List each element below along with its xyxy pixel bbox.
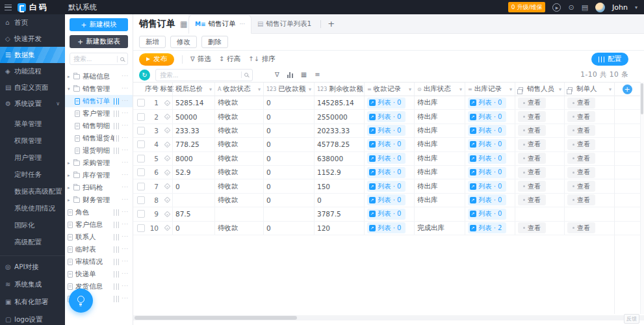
chevron-collapsed-icon[interactable]: ▸ [68, 74, 73, 79]
view-link-button[interactable]: 查看 [567, 125, 595, 136]
view-grid-icon[interactable]: ▦ [180, 20, 187, 29]
config-button[interactable]: 配置 [591, 53, 628, 66]
column-header[interactable]: 123已收款额▾ [263, 83, 314, 96]
tree-item[interactable]: ▸采购管理··· [65, 157, 133, 169]
tree-item[interactable]: ▸库存管理··· [65, 169, 133, 181]
chevron-expanded-icon[interactable]: ▾ [68, 86, 73, 92]
more-icon[interactable]: ··· [122, 73, 129, 79]
add-column-button[interactable]: + [623, 84, 632, 94]
sidebar-item-integration[interactable]: ≋系统集成 [0, 276, 65, 293]
horizontal-scrollbar-thumb[interactable] [135, 316, 297, 320]
row-checkbox[interactable] [137, 168, 145, 176]
column-dropdown-icon[interactable]: ▾ [558, 86, 561, 92]
sidebar-subitem[interactable]: 定时任务 [0, 166, 65, 183]
more-icon[interactable]: ··· [122, 222, 129, 228]
sidebar-subitem[interactable]: 数据表高级配置 [0, 183, 65, 200]
sidebar-item-home[interactable]: ⌂首页 [0, 14, 65, 31]
delete-record-button[interactable]: 删除 [201, 36, 228, 48]
add-record-button[interactable]: 新增 [139, 36, 166, 48]
tree-item[interactable]: 退货明细··· [65, 144, 133, 157]
vertical-scrollbar[interactable] [640, 82, 644, 314]
more-icon[interactable]: ··· [122, 110, 129, 116]
new-table-button[interactable]: + 新建数据表 [70, 35, 128, 48]
tree-search-input[interactable] [73, 55, 107, 62]
column-header[interactable]: ≡收款记录▾ [364, 83, 414, 96]
row-checkbox[interactable] [137, 140, 145, 148]
menu-toggle-icon[interactable] [5, 5, 12, 10]
list-link-button[interactable]: ↗列表 · 0 [468, 153, 506, 164]
filter-settings-icon[interactable] [114, 283, 119, 290]
view-link-button[interactable]: 查看 [518, 98, 546, 109]
view-link-button[interactable]: 查看 [567, 98, 595, 109]
more-icon[interactable]: ··· [122, 209, 129, 215]
filter-settings-icon[interactable] [114, 123, 119, 129]
list-link-button[interactable]: ↗列表 · 0 [468, 111, 506, 122]
tag-icon[interactable] [164, 197, 170, 203]
row-height-button[interactable]: ↕ 行高 [219, 55, 240, 64]
horizontal-scrollbar[interactable] [133, 315, 644, 320]
sidebar-item-api[interactable]: ◎API对接 [0, 258, 65, 276]
filter-settings-icon[interactable] [114, 209, 119, 216]
row-checkbox[interactable] [137, 113, 145, 121]
view-link-button[interactable]: 查看 [518, 167, 546, 178]
more-icon[interactable]: ··· [122, 246, 129, 252]
list-link-button[interactable]: ↗列表 · 0 [468, 167, 506, 178]
row-checkbox[interactable] [137, 155, 145, 162]
list-link-button[interactable]: ↗列表 · 0 [367, 111, 406, 122]
chart-icon[interactable] [287, 72, 293, 78]
row-checkbox[interactable] [137, 196, 145, 204]
sidebar-subitem[interactable]: 国际化 [0, 217, 65, 234]
filter-icon[interactable]: ∇ [275, 72, 279, 78]
user-menu-chevron-icon[interactable]: ▾ [635, 5, 638, 10]
column-header[interactable]: ⊙出库状态▾ [414, 83, 465, 96]
filter-settings-icon[interactable] [114, 271, 119, 278]
filter-settings-icon[interactable] [114, 296, 119, 302]
new-module-button[interactable]: + 新建模块 [70, 18, 128, 31]
list-link-button[interactable]: ↗列表 · 0 [468, 98, 506, 109]
tag-icon[interactable] [164, 183, 170, 190]
more-icon[interactable]: ··· [122, 296, 129, 302]
tag-icon[interactable] [164, 141, 170, 148]
filter-settings-icon[interactable] [114, 259, 119, 265]
row-lines-icon[interactable]: ≡ [315, 72, 320, 78]
list-link-button[interactable]: ↗列表 · 0 [367, 98, 406, 109]
table-search-input[interactable] [160, 72, 238, 79]
tab-more-icon[interactable]: ··· [240, 21, 246, 27]
more-icon[interactable]: ··· [122, 123, 129, 129]
more-icon[interactable]: ··· [122, 283, 129, 289]
chevron-collapsed-icon[interactable]: ▸ [68, 198, 73, 203]
upgrade-badge[interactable]: 0 升级/维保 [508, 2, 546, 12]
view-link-button[interactable]: 查看 [567, 222, 595, 233]
view-link-button[interactable]: 查看 [567, 181, 595, 192]
chevron-collapsed-icon[interactable]: ▸ [68, 173, 73, 178]
refresh-button[interactable]: ↻ [139, 70, 150, 81]
tree-item[interactable]: 销售退货单··· [65, 132, 133, 144]
sidebar-item-private-deploy[interactable]: ▣私有化部署 [0, 293, 65, 311]
row-checkbox[interactable] [137, 127, 145, 135]
row-checkbox[interactable] [137, 224, 145, 232]
column-header[interactable]: 制单人▾ [564, 83, 614, 96]
filter-settings-icon[interactable] [114, 234, 119, 240]
list-link-button[interactable]: ↗列表 · 0 [367, 222, 406, 233]
publish-button[interactable]: 发布 [139, 53, 174, 66]
view-link-button[interactable]: 查看 [567, 111, 595, 122]
view-link-button[interactable]: 查看 [567, 194, 595, 205]
view-link-button[interactable]: 查看 [518, 194, 546, 205]
sidebar-subitem[interactable]: 高级配置 [0, 234, 65, 251]
tree-item[interactable]: 联系人··· [65, 231, 133, 243]
tree-item[interactable]: 客户管理··· [65, 107, 133, 120]
filter-settings-icon[interactable] [114, 222, 119, 228]
tree-item[interactable]: 销售明细··· [65, 120, 133, 132]
sidebar-item-logo-settings[interactable]: ▢logo设置 [0, 311, 65, 325]
feedback-tab[interactable]: 反馈 [624, 314, 639, 324]
row-checkbox[interactable] [137, 183, 145, 190]
column-dropdown-icon[interactable]: ▾ [608, 86, 612, 92]
view-link-button[interactable]: 查看 [567, 167, 595, 178]
column-dropdown-icon[interactable]: ▾ [208, 86, 212, 92]
list-link-button[interactable]: ↗列表 · 0 [367, 153, 406, 164]
sort-button[interactable]: ↑↓ 排序 [248, 55, 276, 64]
column-header[interactable]: 销售人员▾ [515, 83, 564, 96]
chevron-collapsed-icon[interactable]: ▸ [68, 185, 73, 190]
row-checkbox[interactable] [137, 99, 145, 107]
tag-icon[interactable] [164, 155, 170, 162]
